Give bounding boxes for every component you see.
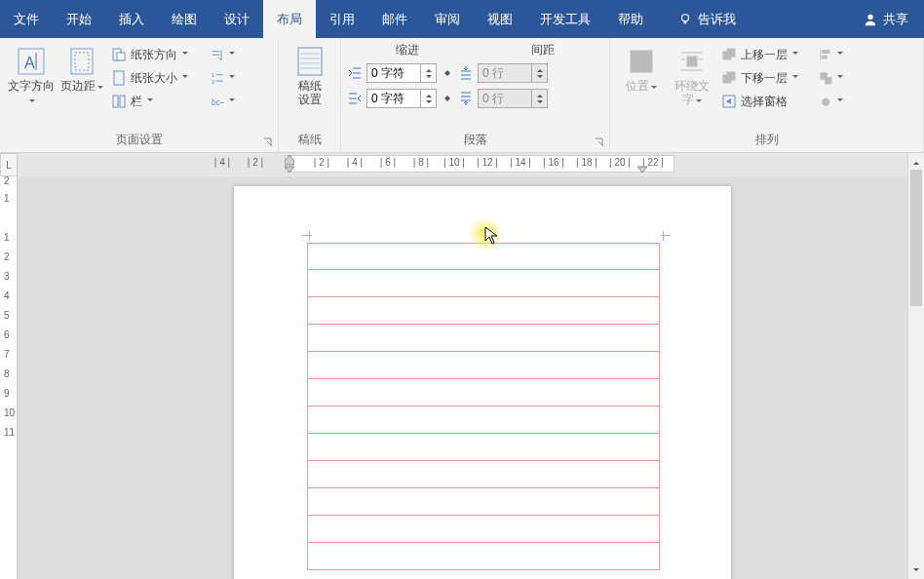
svg-text:A: A <box>24 55 35 71</box>
svg-text:2: 2 <box>212 78 214 84</box>
group-paragraph: 缩进 间距 <box>341 38 610 152</box>
indent-right-down[interactable] <box>421 98 436 107</box>
group-arrange: 位置 环绕文 字 上移一层 下移一层 选择窗格 <box>610 38 924 152</box>
space-before-up[interactable] <box>532 64 547 73</box>
scroll-down-button[interactable] <box>908 562 924 579</box>
svg-rect-38 <box>823 56 828 58</box>
tab-home[interactable]: 开始 <box>53 0 105 38</box>
position-button: 位置 <box>616 42 667 93</box>
selection-pane-button[interactable]: 选择窗格 <box>717 91 815 112</box>
ruler-corner[interactable]: L <box>0 153 18 176</box>
svg-rect-1 <box>684 20 687 23</box>
ribbon: A 文字方向 页边距 纸张方向 纸张大小 <box>0 38 924 153</box>
text-direction-button[interactable]: A 文字方向 <box>6 42 57 106</box>
wrap-text-button: 环绕文 字 <box>667 42 717 106</box>
indent-right-input[interactable] <box>366 89 437 108</box>
scroll-up-button[interactable] <box>908 153 924 170</box>
position-icon <box>628 48 655 75</box>
svg-rect-34 <box>723 75 731 83</box>
columns-icon <box>111 94 127 109</box>
svg-rect-40 <box>825 77 830 83</box>
svg-rect-25 <box>634 54 641 61</box>
space-after-icon <box>458 91 474 106</box>
group-label-arrange: 排列 <box>610 131 923 152</box>
columns-button[interactable]: 栏 <box>107 91 207 112</box>
svg-rect-26 <box>687 57 697 66</box>
tab-references[interactable]: 引用 <box>316 0 368 38</box>
tab-layout[interactable]: 布局 <box>263 0 316 38</box>
rotate-button <box>815 91 848 112</box>
page-size-icon <box>111 70 127 86</box>
space-after-up[interactable] <box>532 90 547 98</box>
document-canvas[interactable] <box>18 176 924 579</box>
svg-rect-11 <box>113 96 118 107</box>
tab-mailings[interactable]: 邮件 <box>368 0 421 38</box>
svg-text:bc: bc <box>212 98 220 107</box>
tab-insert[interactable]: 插入 <box>105 0 158 38</box>
lightbulb-icon <box>678 13 692 26</box>
menu-tab-bar: 文件 开始 插入 绘图 设计 布局 引用 邮件 审阅 视图 开发工具 帮助 告诉… <box>0 0 924 38</box>
selection-pane-icon <box>721 94 737 109</box>
size-button[interactable]: 纸张大小 <box>107 67 207 89</box>
space-before-down[interactable] <box>532 73 547 82</box>
tab-view[interactable]: 视图 <box>474 0 526 38</box>
svg-point-0 <box>682 14 689 20</box>
page-setup-dialog-launcher[interactable] <box>262 136 274 148</box>
tab-draw[interactable]: 绘图 <box>158 0 211 38</box>
hyphenation-button[interactable]: bc <box>207 91 240 112</box>
group-page-setup: A 文字方向 页边距 纸张方向 纸张大小 <box>0 38 279 152</box>
indent-left-up[interactable] <box>421 64 436 73</box>
tab-help[interactable]: 帮助 <box>604 0 657 38</box>
svg-rect-32 <box>727 49 735 57</box>
send-backward-button: 下移一层 <box>717 67 815 89</box>
group-icon <box>819 71 833 86</box>
line-numbers-button[interactable]: 12 <box>207 67 240 89</box>
group-objects-button <box>815 67 848 89</box>
indent-left-down[interactable] <box>421 73 436 82</box>
svg-rect-7 <box>75 53 89 70</box>
indent-right-up[interactable] <box>421 90 436 98</box>
manuscript-settings-button[interactable]: 稿纸 设置 <box>285 42 334 106</box>
svg-rect-9 <box>117 53 125 60</box>
orientation-icon <box>111 47 127 62</box>
tab-file[interactable]: 文件 <box>0 0 53 38</box>
manuscript-icon <box>296 46 324 77</box>
horizontal-ruler[interactable]: | 4 || 2 || 2 || 4 || 6 || 8 || 10 || 12… <box>216 155 906 173</box>
hyphenation-icon: bc <box>211 95 225 109</box>
space-before-input[interactable] <box>478 63 548 83</box>
align-icon <box>819 48 833 62</box>
link-indent-spacing-icon <box>441 67 454 79</box>
svg-point-2 <box>867 14 872 19</box>
group-label-manuscript: 稿纸 <box>279 131 340 152</box>
vertical-ruler[interactable]: 211234567891011 <box>0 176 18 579</box>
indent-left-icon <box>347 65 363 81</box>
bring-forward-button: 上移一层 <box>717 44 815 65</box>
scroll-thumb[interactable] <box>910 170 922 306</box>
vertical-scrollbar[interactable] <box>907 153 924 579</box>
text-direction-icon: A <box>17 47 46 76</box>
breaks-button[interactable] <box>207 44 240 65</box>
space-before-icon <box>458 65 474 81</box>
margins-button[interactable]: 页边距 <box>57 42 107 93</box>
align-button <box>815 44 848 65</box>
tab-design[interactable]: 设计 <box>211 0 263 38</box>
paragraph-dialog-launcher[interactable] <box>594 136 605 148</box>
person-icon <box>864 13 877 26</box>
space-after-down[interactable] <box>532 98 547 107</box>
space-after-input[interactable] <box>478 89 548 108</box>
bring-forward-icon <box>721 47 737 62</box>
svg-rect-10 <box>114 71 124 85</box>
tell-me-search[interactable]: 告诉我 <box>665 0 750 38</box>
group-label-page-setup: 页面设置 <box>0 131 278 152</box>
share-button[interactable]: 共享 <box>848 0 924 38</box>
tab-review[interactable]: 审阅 <box>421 0 474 38</box>
send-backward-icon <box>721 70 737 86</box>
indent-left-input[interactable] <box>366 63 437 83</box>
indent-right-icon <box>347 91 363 106</box>
page[interactable] <box>234 186 731 579</box>
manuscript-grid <box>307 243 660 570</box>
group-label-paragraph: 段落 <box>341 131 609 152</box>
tab-developer[interactable]: 开发工具 <box>526 0 604 38</box>
orientation-button[interactable]: 纸张方向 <box>107 44 207 65</box>
svg-rect-37 <box>823 50 829 53</box>
